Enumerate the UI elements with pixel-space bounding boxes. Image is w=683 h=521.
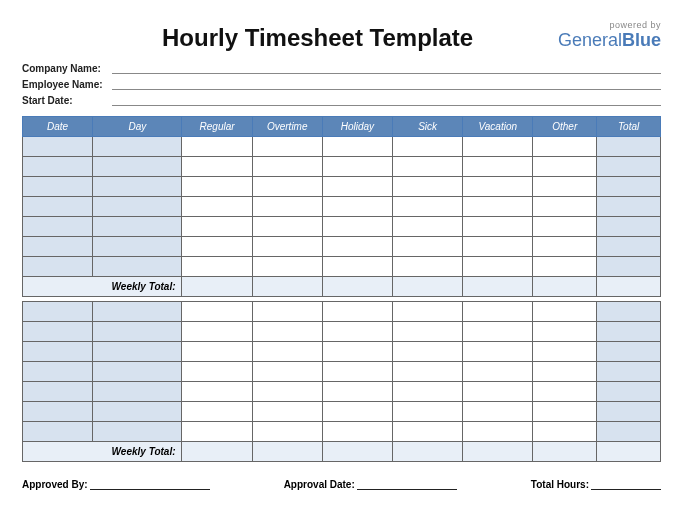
cell-day[interactable] [93,382,182,402]
cell-day[interactable] [93,257,182,277]
cell-day[interactable] [93,217,182,237]
cell-other[interactable] [533,257,597,277]
cell-other[interactable] [533,402,597,422]
cell-regular[interactable] [182,382,252,402]
cell-other[interactable] [533,382,597,402]
cell-date[interactable] [23,402,93,422]
cell-overtime[interactable] [252,237,322,257]
cell-overtime[interactable] [252,302,322,322]
cell-day[interactable] [93,342,182,362]
cell-overtime[interactable] [252,197,322,217]
employee-name-input[interactable] [112,78,661,90]
cell-overtime[interactable] [252,322,322,342]
cell-date[interactable] [23,342,93,362]
cell-sick[interactable] [393,382,463,402]
cell-holiday[interactable] [322,362,392,382]
cell-overtime[interactable] [252,257,322,277]
cell-holiday[interactable] [322,342,392,362]
cell-vacation[interactable] [463,137,533,157]
cell-holiday[interactable] [322,157,392,177]
cell-sick[interactable] [393,137,463,157]
cell-holiday[interactable] [322,322,392,342]
cell-sick[interactable] [393,257,463,277]
cell-date[interactable] [23,177,93,197]
cell-sick[interactable] [393,402,463,422]
cell-overtime[interactable] [252,402,322,422]
approval-date-input[interactable] [357,478,457,490]
cell-regular[interactable] [182,157,252,177]
cell-regular[interactable] [182,177,252,197]
cell-date[interactable] [23,157,93,177]
cell-overtime[interactable] [252,422,322,442]
cell-date[interactable] [23,362,93,382]
cell-overtime[interactable] [252,342,322,362]
cell-regular[interactable] [182,322,252,342]
cell-vacation[interactable] [463,422,533,442]
cell-sick[interactable] [393,422,463,442]
cell-holiday[interactable] [322,382,392,402]
cell-overtime[interactable] [252,157,322,177]
cell-other[interactable] [533,217,597,237]
cell-day[interactable] [93,362,182,382]
cell-sick[interactable] [393,157,463,177]
cell-other[interactable] [533,237,597,257]
cell-day[interactable] [93,402,182,422]
cell-sick[interactable] [393,217,463,237]
cell-sick[interactable] [393,302,463,322]
cell-day[interactable] [93,322,182,342]
cell-date[interactable] [23,422,93,442]
cell-other[interactable] [533,342,597,362]
cell-other[interactable] [533,302,597,322]
cell-sick[interactable] [393,322,463,342]
approved-by-input[interactable] [90,478,210,490]
cell-day[interactable] [93,302,182,322]
cell-sick[interactable] [393,362,463,382]
cell-regular[interactable] [182,217,252,237]
cell-vacation[interactable] [463,322,533,342]
cell-vacation[interactable] [463,157,533,177]
cell-overtime[interactable] [252,137,322,157]
cell-vacation[interactable] [463,302,533,322]
cell-date[interactable] [23,137,93,157]
cell-vacation[interactable] [463,402,533,422]
cell-holiday[interactable] [322,257,392,277]
cell-vacation[interactable] [463,237,533,257]
cell-date[interactable] [23,197,93,217]
cell-vacation[interactable] [463,197,533,217]
cell-date[interactable] [23,257,93,277]
cell-day[interactable] [93,197,182,217]
cell-other[interactable] [533,137,597,157]
cell-holiday[interactable] [322,237,392,257]
cell-vacation[interactable] [463,382,533,402]
cell-other[interactable] [533,422,597,442]
cell-regular[interactable] [182,422,252,442]
cell-holiday[interactable] [322,137,392,157]
cell-holiday[interactable] [322,302,392,322]
cell-date[interactable] [23,237,93,257]
cell-other[interactable] [533,177,597,197]
cell-regular[interactable] [182,302,252,322]
cell-overtime[interactable] [252,217,322,237]
cell-holiday[interactable] [322,177,392,197]
cell-regular[interactable] [182,197,252,217]
cell-regular[interactable] [182,257,252,277]
cell-overtime[interactable] [252,177,322,197]
cell-other[interactable] [533,322,597,342]
total-hours-input[interactable] [591,478,661,490]
cell-date[interactable] [23,217,93,237]
cell-sick[interactable] [393,197,463,217]
cell-sick[interactable] [393,237,463,257]
cell-other[interactable] [533,157,597,177]
cell-vacation[interactable] [463,217,533,237]
start-date-input[interactable] [112,94,661,106]
cell-sick[interactable] [393,342,463,362]
cell-day[interactable] [93,137,182,157]
cell-holiday[interactable] [322,402,392,422]
cell-date[interactable] [23,302,93,322]
cell-regular[interactable] [182,137,252,157]
cell-regular[interactable] [182,342,252,362]
cell-vacation[interactable] [463,342,533,362]
cell-holiday[interactable] [322,217,392,237]
cell-vacation[interactable] [463,362,533,382]
cell-day[interactable] [93,422,182,442]
